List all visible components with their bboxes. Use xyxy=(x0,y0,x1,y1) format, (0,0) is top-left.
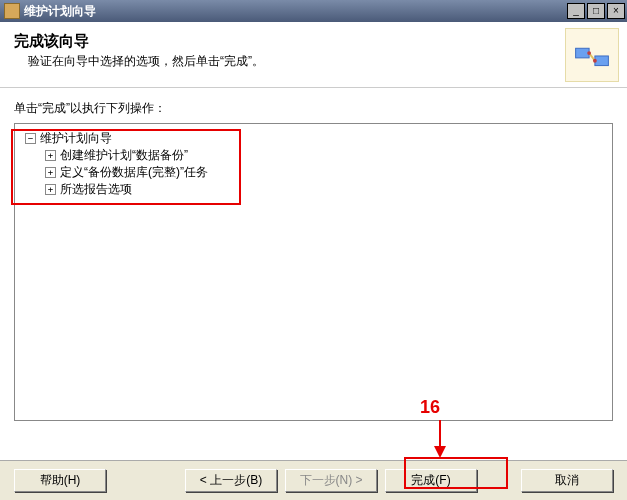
tree-item-label: 创建维护计划“数据备份” xyxy=(60,147,188,164)
back-button[interactable]: < 上一步(B) xyxy=(185,469,277,492)
tree-item[interactable]: + 创建维护计划“数据备份” xyxy=(45,147,608,164)
next-button: 下一步(N) > xyxy=(285,469,377,492)
svg-rect-1 xyxy=(595,56,608,66)
page-subtitle: 验证在向导中选择的选项，然后单击“完成”。 xyxy=(28,53,613,70)
tree-item[interactable]: + 定义“备份数据库(完整)”任务 xyxy=(45,164,608,181)
collapse-icon[interactable]: − xyxy=(25,133,36,144)
window-title: 维护计划向导 xyxy=(24,3,565,20)
title-bar: 维护计划向导 _ □ × xyxy=(0,0,627,22)
content-area: 单击“完成”以执行下列操作： − 维护计划向导 + 创建维护计划“数据备份” +… xyxy=(0,88,627,425)
cancel-button[interactable]: 取消 xyxy=(521,469,613,492)
instruction-text: 单击“完成”以执行下列操作： xyxy=(14,100,613,117)
svg-point-4 xyxy=(593,59,597,63)
annotation-step-number: 16 xyxy=(420,397,440,418)
svg-rect-0 xyxy=(576,48,589,58)
page-title: 完成该向导 xyxy=(14,32,613,51)
tree-item-label: 定义“备份数据库(完整)”任务 xyxy=(60,164,208,181)
finish-button[interactable]: 完成(F) xyxy=(385,469,477,492)
svg-point-3 xyxy=(587,51,591,55)
expand-icon[interactable]: + xyxy=(45,167,56,178)
svg-marker-6 xyxy=(434,446,446,458)
annotation-arrow-icon xyxy=(430,418,450,458)
expand-icon[interactable]: + xyxy=(45,184,56,195)
tree-item-label: 所选报告选项 xyxy=(60,181,132,198)
summary-tree[interactable]: − 维护计划向导 + 创建维护计划“数据备份” + 定义“备份数据库(完整)”任… xyxy=(14,123,613,421)
tree-root-node[interactable]: − 维护计划向导 xyxy=(25,130,608,147)
tree-root-label: 维护计划向导 xyxy=(40,130,112,147)
app-icon xyxy=(4,3,20,19)
close-button[interactable]: × xyxy=(607,3,625,19)
tree-item[interactable]: + 所选报告选项 xyxy=(45,181,608,198)
help-button[interactable]: 帮助(H) xyxy=(14,469,106,492)
minimize-button[interactable]: _ xyxy=(567,3,585,19)
button-bar: 帮助(H) < 上一步(B) 下一步(N) > 完成(F) 取消 xyxy=(0,460,627,500)
expand-icon[interactable]: + xyxy=(45,150,56,161)
maximize-button[interactable]: □ xyxy=(587,3,605,19)
wizard-header: 完成该向导 验证在向导中选择的选项，然后单击“完成”。 xyxy=(0,22,627,88)
wizard-icon xyxy=(565,28,619,82)
